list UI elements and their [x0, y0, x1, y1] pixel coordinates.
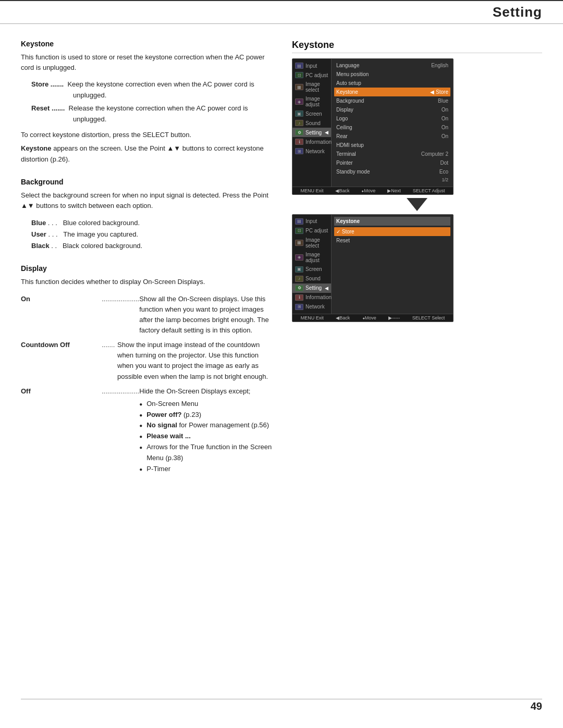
osd-terminal: Terminal Computer 2 [334, 150, 450, 158]
footer-menu-exit: MENU Exit [300, 188, 323, 193]
osd2-sidebar-sound: ♪ Sound [292, 274, 331, 283]
footer2-back: ◀Back [336, 315, 350, 320]
display-off-dots: .................... [102, 386, 139, 475]
black-term: Black [31, 242, 50, 250]
image-adj-icon-2: ◈ [295, 254, 303, 261]
osd-page-number: 1/2 [334, 176, 450, 184]
osd-main-1: Language English Menu position Auto setu… [332, 59, 453, 187]
arrow-down-shape [407, 198, 427, 211]
osd-rear: Rear On [334, 132, 450, 141]
osd-sidebar-setting: ⚙ Setting ◀ [292, 128, 331, 137]
display-off-list: On-Screen Menu Power off? (p.23) No sign… [139, 399, 276, 475]
osd2-reset: Reset [334, 236, 450, 245]
osd-box-1: ▤ Input ⊡ PC adjust ▦ Image select ◈ Ima… [292, 58, 454, 195]
osd-sidebar-information: ℹ Information [292, 137, 331, 146]
osd-sidebar-imageadjust: ◈ Image adjust [292, 94, 331, 109]
osd-pointer: Pointer Dot [334, 158, 450, 167]
screen-icon-2: ▣ [295, 266, 303, 273]
arrow-down-indicator [292, 198, 542, 211]
display-countdown-desc: Show the input image instead of the coun… [117, 340, 276, 382]
off-list-item: On-Screen Menu [139, 399, 276, 410]
osd-inner-1: ▤ Input ⊡ PC adjust ▦ Image select ◈ Ima… [292, 59, 453, 187]
footer2-move: ⬥Move [362, 315, 376, 320]
display-countdown-row: Countdown Off ....... Show the input ima… [21, 340, 276, 382]
page-title: Setting [21, 4, 542, 20]
right-column: Keystone ▤ Input ⊡ PC adjust ▦ Image [292, 40, 542, 478]
pc-icon: ⊡ [295, 72, 303, 78]
display-off-row: Off .................... Hide the On-Scr… [21, 386, 276, 475]
black-item: Black . . Black colored background. [31, 240, 276, 252]
off-list-item: Please wait ... [139, 431, 276, 442]
display-heading: Display [21, 264, 276, 273]
store-term: Store ....... [31, 80, 64, 88]
setting-arrow-right-2: ◀ [325, 286, 328, 291]
osd-sidebar-sound: ♪ Sound [292, 118, 331, 128]
osd-auto-setup: Auto setup [334, 79, 450, 88]
keystone-section: Keystone This function is used to store … [21, 40, 276, 165]
osd2-sidebar-imageselect: ▦ Image select [292, 236, 331, 250]
keystone-note1: To correct keystone distortion, press th… [21, 130, 276, 141]
display-description: This function decides whether to display… [21, 277, 276, 287]
setting-arrow-right: ◀ [325, 130, 328, 135]
footer2-menu-exit: MENU Exit [301, 315, 324, 320]
display-on-row: On .................... Show all the On-… [21, 294, 276, 336]
osd2-sidebar-screen: ▣ Screen [292, 265, 331, 274]
osd-sidebar-1: ▤ Input ⊡ PC adjust ▦ Image select ◈ Ima… [292, 59, 332, 187]
keystone-definitions: Store ....... Keep the keystone correcti… [31, 79, 276, 125]
off-list-item: Arrows for the True function in the Scre… [139, 442, 276, 464]
display-definitions: On .................... Show all the On-… [21, 294, 276, 475]
off-list-item: P-Timer [139, 464, 276, 475]
display-section: Display This function decides whether to… [21, 264, 276, 474]
image-adj-icon: ◈ [295, 98, 303, 105]
osd2-sidebar-setting: ⚙ Setting ◀ [292, 283, 331, 293]
pc-icon-2: ⊡ [295, 228, 303, 234]
osd-menu-position: Menu position [334, 70, 450, 79]
osd-sidebar-input: ▤ Input [292, 61, 331, 70]
display-off-desc: Hide the On-Screen Displays except; On-S… [139, 386, 276, 475]
osd2-sidebar-pcadjust: ⊡ PC adjust [292, 226, 331, 236]
info-icon: ℹ [295, 139, 303, 145]
background-heading: Background [21, 178, 276, 186]
footer2-next: ▶----- [388, 315, 400, 320]
display-countdown-dots: ....... [102, 340, 117, 382]
keystone-bold: Keystone [21, 144, 52, 152]
osd-display: Display On [334, 105, 450, 114]
setting-icon-2: ⚙ [295, 285, 303, 291]
osd-footer-1: MENU Exit ◀Back ⬥Move ▶Next SELECT Adjus… [292, 187, 453, 194]
background-list: Blue . . . Blue colored background. User… [31, 217, 276, 252]
osd-standby-mode: Standby mode Eco [334, 167, 450, 176]
osd-sidebar-network: ⊞ Network [292, 146, 331, 156]
footer-adjust: SELECT Adjust [413, 188, 445, 193]
osd2-sidebar-information: ℹ Information [292, 293, 331, 302]
info-icon-2: ℹ [295, 294, 303, 301]
osd-sidebar-2: ▤ Input ⊡ PC adjust ▦ Image select ◈ Ima… [292, 215, 332, 314]
page-number: 49 [531, 700, 542, 712]
image-select-icon-2: ▦ [295, 240, 303, 246]
osd-keystone-hl: Keystone ◀ Store [334, 88, 450, 96]
blue-item: Blue . . . Blue colored background. [31, 217, 276, 229]
footer-next: ▶Next [387, 188, 401, 193]
osd2-store-hl: ✓ Store [334, 227, 450, 236]
osd-sidebar-pcadjust: ⊡ PC adjust [292, 70, 331, 80]
user-item: User . . . The image you captured. [31, 229, 276, 240]
input-icon-2: ▤ [295, 218, 303, 225]
store-definition: Store ....... Keep the keystone correcti… [31, 79, 276, 101]
keystone-note2: Keystone appears on the screen. Use the … [21, 143, 276, 165]
image-select-icon: ▦ [295, 84, 303, 90]
footer-back: ◀Back [335, 188, 349, 193]
background-description: Select the background screen for when no… [21, 190, 276, 211]
blue-term: Blue [31, 219, 46, 227]
footer-move: ⬥Move [361, 188, 375, 193]
osd-box-2: ▤ Input ⊡ PC adjust ▦ Image select ◈ Ima… [292, 214, 454, 322]
input-icon: ▤ [295, 63, 303, 69]
reset-term: Reset ....... [31, 104, 65, 112]
osd-logo: Logo On [334, 114, 450, 123]
left-column: Keystone This function is used to store … [21, 40, 276, 478]
footer2-select: SELECT Select [412, 315, 445, 320]
page-header: Setting [0, 0, 563, 24]
setting-icon: ⚙ [295, 129, 303, 135]
background-section: Background Select the background screen … [21, 178, 276, 252]
keystone-description: This function is used to store or reset … [21, 52, 276, 73]
osd-hdmi-setup: HDMI setup [334, 141, 450, 150]
osd-sidebar-imageselect: ▦ Image select [292, 80, 331, 94]
